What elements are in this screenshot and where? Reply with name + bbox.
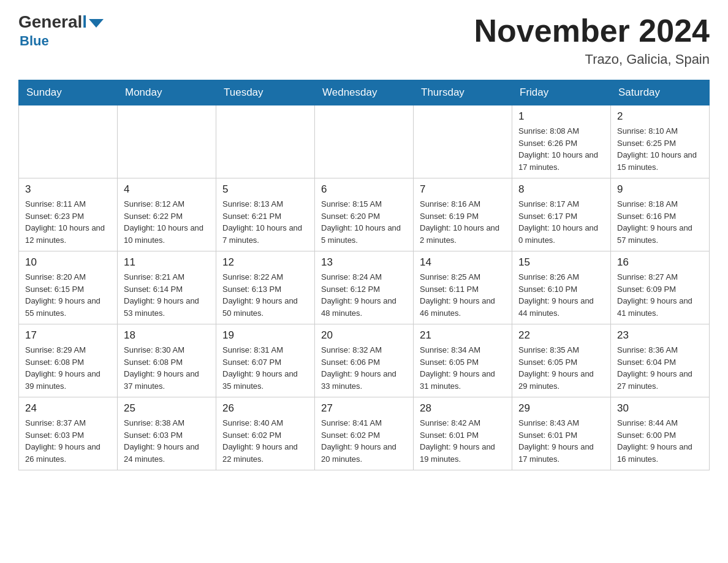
calendar-cell: 26Sunrise: 8:40 AM Sunset: 6:02 PM Dayli… (216, 397, 315, 470)
calendar-cell: 20Sunrise: 8:32 AM Sunset: 6:06 PM Dayli… (315, 324, 414, 397)
calendar-cell: 28Sunrise: 8:42 AM Sunset: 6:01 PM Dayli… (414, 397, 512, 470)
calendar-cell (315, 105, 414, 178)
day-number: 24 (25, 402, 111, 415)
day-number: 6 (321, 183, 407, 196)
calendar-cell: 4Sunrise: 8:12 AM Sunset: 6:22 PM Daylig… (118, 178, 216, 251)
day-number: 17 (25, 329, 111, 342)
title-block: November 2024 Trazo, Galicia, Spain (474, 12, 710, 67)
day-number: 3 (25, 183, 111, 196)
calendar-cell: 8Sunrise: 8:17 AM Sunset: 6:17 PM Daylig… (512, 178, 611, 251)
day-number: 2 (617, 110, 703, 123)
day-number: 15 (518, 256, 604, 269)
day-number: 1 (518, 110, 604, 123)
calendar-cell (19, 105, 118, 178)
day-number: 23 (617, 329, 703, 342)
day-info: Sunrise: 8:15 AM Sunset: 6:20 PM Dayligh… (321, 198, 407, 246)
day-info: Sunrise: 8:16 AM Sunset: 6:19 PM Dayligh… (420, 198, 506, 246)
day-number: 21 (420, 329, 506, 342)
day-number: 16 (617, 256, 703, 269)
calendar-cell: 1Sunrise: 8:08 AM Sunset: 6:26 PM Daylig… (512, 105, 611, 178)
day-info: Sunrise: 8:18 AM Sunset: 6:16 PM Dayligh… (617, 198, 703, 246)
day-info: Sunrise: 8:21 AM Sunset: 6:14 PM Dayligh… (124, 271, 210, 319)
calendar-cell (118, 105, 216, 178)
day-info: Sunrise: 8:41 AM Sunset: 6:02 PM Dayligh… (321, 417, 407, 465)
day-header-monday: Monday (118, 80, 216, 105)
calendar-cell: 7Sunrise: 8:16 AM Sunset: 6:19 PM Daylig… (414, 178, 512, 251)
calendar-cell: 17Sunrise: 8:29 AM Sunset: 6:08 PM Dayli… (19, 324, 118, 397)
week-row-1: 1Sunrise: 8:08 AM Sunset: 6:26 PM Daylig… (19, 105, 710, 178)
day-info: Sunrise: 8:35 AM Sunset: 6:05 PM Dayligh… (518, 344, 604, 392)
week-row-5: 24Sunrise: 8:37 AM Sunset: 6:03 PM Dayli… (19, 397, 710, 470)
calendar-cell: 27Sunrise: 8:41 AM Sunset: 6:02 PM Dayli… (315, 397, 414, 470)
day-number: 8 (518, 183, 604, 196)
day-info: Sunrise: 8:13 AM Sunset: 6:21 PM Dayligh… (222, 198, 308, 246)
logo-general: General (18, 12, 82, 32)
logo-blue-text: l (82, 12, 87, 32)
header-row: SundayMondayTuesdayWednesdayThursdayFrid… (19, 80, 710, 105)
logo-arrow (89, 19, 104, 28)
calendar-cell: 2Sunrise: 8:10 AM Sunset: 6:25 PM Daylig… (611, 105, 710, 178)
day-number: 12 (222, 256, 308, 269)
day-header-saturday: Saturday (611, 80, 710, 105)
calendar-cell: 11Sunrise: 8:21 AM Sunset: 6:14 PM Dayli… (118, 251, 216, 324)
calendar-subtitle: Trazo, Galicia, Spain (474, 52, 710, 67)
day-header-friday: Friday (512, 80, 611, 105)
calendar-cell: 12Sunrise: 8:22 AM Sunset: 6:13 PM Dayli… (216, 251, 315, 324)
day-number: 11 (124, 256, 210, 269)
calendar-cell: 9Sunrise: 8:18 AM Sunset: 6:16 PM Daylig… (611, 178, 710, 251)
day-info: Sunrise: 8:29 AM Sunset: 6:08 PM Dayligh… (25, 344, 111, 392)
day-number: 29 (518, 402, 604, 415)
week-row-3: 10Sunrise: 8:20 AM Sunset: 6:15 PM Dayli… (19, 251, 710, 324)
day-header-tuesday: Tuesday (216, 80, 315, 105)
calendar-cell: 21Sunrise: 8:34 AM Sunset: 6:05 PM Dayli… (414, 324, 512, 397)
calendar-cell: 29Sunrise: 8:43 AM Sunset: 6:01 PM Dayli… (512, 397, 611, 470)
day-info: Sunrise: 8:22 AM Sunset: 6:13 PM Dayligh… (222, 271, 308, 319)
calendar-cell: 24Sunrise: 8:37 AM Sunset: 6:03 PM Dayli… (19, 397, 118, 470)
day-number: 28 (420, 402, 506, 415)
day-number: 30 (617, 402, 703, 415)
calendar-title: November 2024 (474, 12, 710, 49)
calendar-cell (414, 105, 512, 178)
day-info: Sunrise: 8:31 AM Sunset: 6:07 PM Dayligh… (222, 344, 308, 392)
page-header: Generall Blue November 2024 Trazo, Galic… (18, 12, 710, 67)
day-number: 18 (124, 329, 210, 342)
calendar-cell (216, 105, 315, 178)
day-info: Sunrise: 8:42 AM Sunset: 6:01 PM Dayligh… (420, 417, 506, 465)
day-number: 9 (617, 183, 703, 196)
day-info: Sunrise: 8:12 AM Sunset: 6:22 PM Dayligh… (124, 198, 210, 246)
day-info: Sunrise: 8:10 AM Sunset: 6:25 PM Dayligh… (617, 125, 703, 173)
day-number: 10 (25, 256, 111, 269)
day-info: Sunrise: 8:34 AM Sunset: 6:05 PM Dayligh… (420, 344, 506, 392)
week-row-4: 17Sunrise: 8:29 AM Sunset: 6:08 PM Dayli… (19, 324, 710, 397)
day-header-sunday: Sunday (19, 80, 118, 105)
day-info: Sunrise: 8:37 AM Sunset: 6:03 PM Dayligh… (25, 417, 111, 465)
day-number: 4 (124, 183, 210, 196)
day-number: 13 (321, 256, 407, 269)
calendar-cell: 25Sunrise: 8:38 AM Sunset: 6:03 PM Dayli… (118, 397, 216, 470)
calendar-cell: 16Sunrise: 8:27 AM Sunset: 6:09 PM Dayli… (611, 251, 710, 324)
day-header-thursday: Thursday (414, 80, 512, 105)
calendar-cell: 22Sunrise: 8:35 AM Sunset: 6:05 PM Dayli… (512, 324, 611, 397)
logo-sub: Blue (20, 33, 49, 49)
day-info: Sunrise: 8:20 AM Sunset: 6:15 PM Dayligh… (25, 271, 111, 319)
calendar-cell: 3Sunrise: 8:11 AM Sunset: 6:23 PM Daylig… (19, 178, 118, 251)
logo: Generall Blue (18, 12, 104, 49)
day-info: Sunrise: 8:11 AM Sunset: 6:23 PM Dayligh… (25, 198, 111, 246)
day-info: Sunrise: 8:38 AM Sunset: 6:03 PM Dayligh… (124, 417, 210, 465)
day-info: Sunrise: 8:30 AM Sunset: 6:08 PM Dayligh… (124, 344, 210, 392)
day-info: Sunrise: 8:26 AM Sunset: 6:10 PM Dayligh… (518, 271, 604, 319)
day-info: Sunrise: 8:27 AM Sunset: 6:09 PM Dayligh… (617, 271, 703, 319)
calendar-cell: 30Sunrise: 8:44 AM Sunset: 6:00 PM Dayli… (611, 397, 710, 470)
calendar-cell: 13Sunrise: 8:24 AM Sunset: 6:12 PM Dayli… (315, 251, 414, 324)
day-number: 22 (518, 329, 604, 342)
day-number: 5 (222, 183, 308, 196)
day-info: Sunrise: 8:24 AM Sunset: 6:12 PM Dayligh… (321, 271, 407, 319)
week-row-2: 3Sunrise: 8:11 AM Sunset: 6:23 PM Daylig… (19, 178, 710, 251)
calendar-cell: 15Sunrise: 8:26 AM Sunset: 6:10 PM Dayli… (512, 251, 611, 324)
day-info: Sunrise: 8:44 AM Sunset: 6:00 PM Dayligh… (617, 417, 703, 465)
calendar-cell: 23Sunrise: 8:36 AM Sunset: 6:04 PM Dayli… (611, 324, 710, 397)
day-info: Sunrise: 8:17 AM Sunset: 6:17 PM Dayligh… (518, 198, 604, 246)
day-info: Sunrise: 8:40 AM Sunset: 6:02 PM Dayligh… (222, 417, 308, 465)
day-info: Sunrise: 8:36 AM Sunset: 6:04 PM Dayligh… (617, 344, 703, 392)
day-info: Sunrise: 8:32 AM Sunset: 6:06 PM Dayligh… (321, 344, 407, 392)
